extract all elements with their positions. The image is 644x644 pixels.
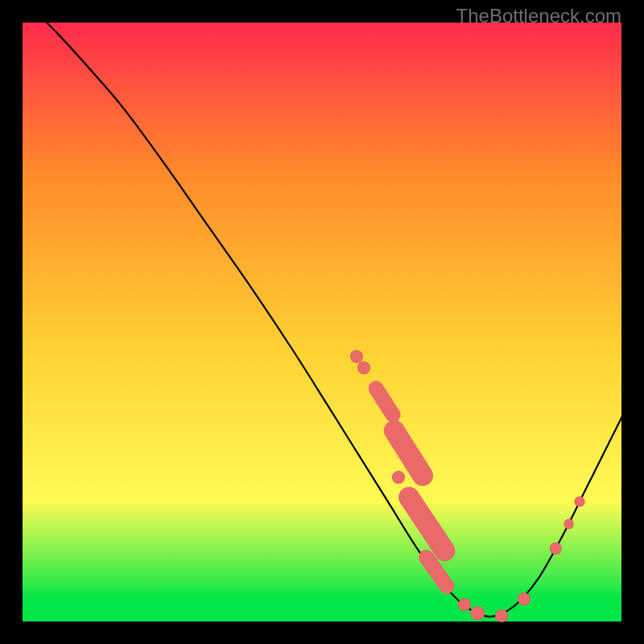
plot-area <box>23 23 621 621</box>
curve-marker <box>564 519 574 530</box>
curve-marker <box>471 606 485 621</box>
curve-marker <box>575 497 585 507</box>
curve-marker <box>495 609 508 622</box>
curve-marker <box>392 471 405 484</box>
curve-marker <box>357 361 370 374</box>
watermark-text: TheBottleneck.com <box>456 5 621 27</box>
bottleneck-curve <box>23 23 621 621</box>
curve-marker <box>458 598 471 611</box>
curve-marker <box>518 592 530 605</box>
curve-path <box>35 10 628 617</box>
outer-frame <box>23 23 621 621</box>
